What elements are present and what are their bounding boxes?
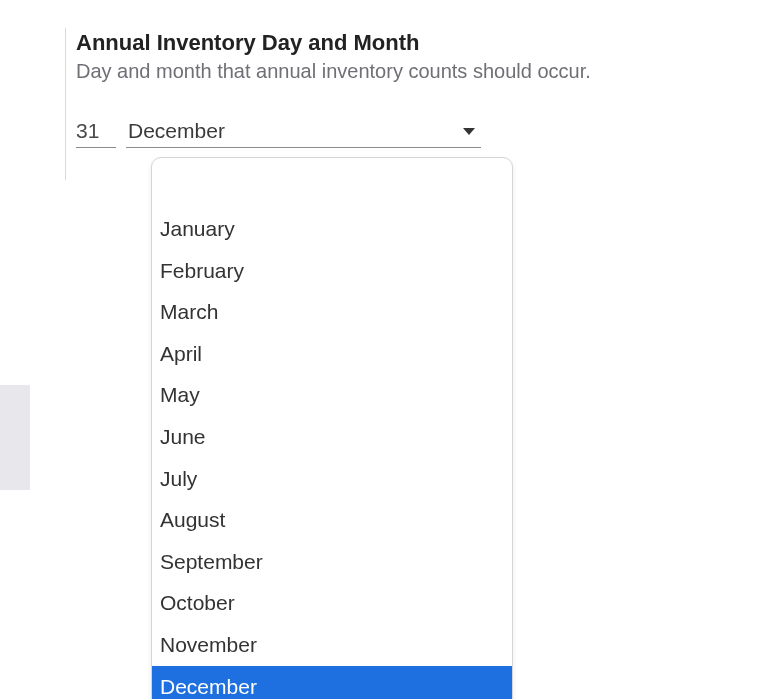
vertical-divider xyxy=(65,28,66,180)
month-option[interactable]: June xyxy=(152,416,512,458)
month-option[interactable]: February xyxy=(152,250,512,292)
month-option[interactable]: August xyxy=(152,499,512,541)
settings-section: Annual Inventory Day and Month Day and m… xyxy=(70,30,591,148)
month-option[interactable]: December xyxy=(152,666,512,699)
month-option[interactable]: May xyxy=(152,374,512,416)
date-controls: December JanuaryFebruaryMarchAprilMayJun… xyxy=(76,119,591,148)
month-option[interactable]: November xyxy=(152,624,512,666)
section-description: Day and month that annual inventory coun… xyxy=(76,60,591,83)
month-select-wrapper: December JanuaryFebruaryMarchAprilMayJun… xyxy=(126,119,481,148)
month-dropdown[interactable]: JanuaryFebruaryMarchAprilMayJuneJulyAugu… xyxy=(151,157,513,699)
chevron-down-icon xyxy=(463,128,475,135)
month-option[interactable]: September xyxy=(152,541,512,583)
section-title: Annual Inventory Day and Month xyxy=(76,30,591,56)
month-option[interactable]: July xyxy=(152,458,512,500)
month-option[interactable]: April xyxy=(152,333,512,375)
month-option[interactable]: January xyxy=(152,208,512,250)
month-option[interactable]: March xyxy=(152,291,512,333)
month-select[interactable]: December xyxy=(126,119,481,148)
month-selected-value: December xyxy=(128,119,225,143)
day-input[interactable] xyxy=(76,119,116,148)
month-option[interactable]: October xyxy=(152,582,512,624)
